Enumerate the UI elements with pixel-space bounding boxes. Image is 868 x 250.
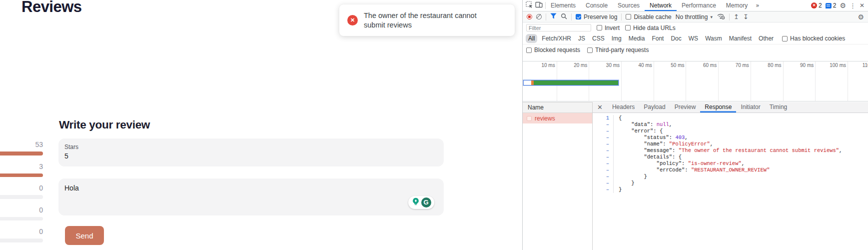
clear-network-log-icon[interactable] [536, 14, 542, 20]
filter-chip-media[interactable]: Media [626, 34, 648, 43]
filter-funnel-icon[interactable] [550, 13, 557, 20]
devtools-tab-elements[interactable]: Elements [546, 0, 581, 11]
timeline-tick-label: 80 ms [768, 62, 781, 68]
detail-tab-preview[interactable]: Preview [670, 102, 701, 112]
code-token: "The owner of the restaurant cannot subm… [679, 148, 839, 154]
detail-tabs: HeadersPayloadPreviewResponseInitiatorTi… [608, 102, 792, 112]
request-rows: reviews [523, 113, 592, 124]
checkbox-icon[interactable] [526, 48, 532, 53]
filter-chip-css[interactable]: CSS [590, 34, 607, 43]
devtools-tab-network[interactable]: Network [645, 0, 677, 11]
network-settings-gear-icon[interactable]: ⚙ [858, 13, 864, 21]
checkbox-icon[interactable] [597, 25, 602, 30]
issues-count-badge[interactable]: 2 [826, 2, 837, 9]
filter-chip-doc[interactable]: Doc [668, 34, 684, 43]
code-text: } [614, 174, 647, 180]
has-blocked-cookies-checkbox[interactable]: Has blocked cookies [782, 35, 845, 42]
timeline-tick: 110 ms [848, 62, 868, 101]
settings-gear-icon[interactable]: ⚙ [840, 2, 846, 10]
detail-tab-headers[interactable]: Headers [608, 102, 639, 112]
filter-chip-ws[interactable]: WS [686, 34, 701, 43]
invert-checkbox[interactable]: Invert [597, 24, 620, 32]
rating-row: 0 [0, 228, 43, 250]
fold-marker-icon: – [593, 148, 614, 154]
overview-waterfall-bar[interactable] [523, 80, 619, 86]
requests-table: Name reviews [523, 102, 592, 250]
devtools-tab-performance[interactable]: Performance [677, 0, 721, 11]
detail-tabbar: ✕ HeadersPayloadPreviewResponseInitiator… [593, 102, 868, 113]
network-overview-timeline: 10 ms20 ms30 ms40 ms50 ms60 ms70 ms80 ms… [523, 61, 868, 102]
export-har-icon[interactable]: ↧ [743, 13, 749, 20]
timeline-tick: 70 ms [719, 62, 751, 101]
disable-cache-checkbox[interactable]: Disable cache [626, 14, 671, 20]
checkbox-icon[interactable] [626, 14, 631, 20]
grammarly-suggestion-icon[interactable] [412, 198, 420, 208]
code-token: { [619, 115, 622, 121]
blocked-requests-checkbox[interactable]: Blocked requests [526, 46, 580, 54]
throttling-select[interactable]: No throttling ▾ [676, 14, 713, 20]
review-textarea[interactable]: Hola G [58, 178, 444, 216]
filter-chip-manifest[interactable]: Manifest [727, 34, 754, 43]
devtools-tab-console[interactable]: Console [581, 0, 613, 11]
grammarly-logo-icon[interactable]: G [421, 198, 431, 208]
network-conditions-icon[interactable] [717, 13, 725, 21]
request-row[interactable]: reviews [523, 113, 592, 124]
fold-marker-icon: – [593, 141, 614, 148]
hide-data-urls-checkbox[interactable]: Hide data URLs [625, 24, 676, 32]
filter-chip-js[interactable]: JS [576, 34, 588, 43]
timeline-tick-label: 40 ms [639, 62, 652, 68]
filter-input[interactable] [526, 24, 591, 32]
devtools-tab-memory[interactable]: Memory [721, 0, 753, 11]
inspect-element-icon[interactable] [526, 1, 533, 10]
code-token: , [710, 141, 713, 147]
detail-tab-timing[interactable]: Timing [765, 102, 792, 112]
fold-marker-icon: – [593, 160, 614, 167]
review-form-heading: Write your review [59, 118, 150, 132]
code-line: 1{ [593, 115, 868, 122]
import-har-icon[interactable]: ↥ [734, 13, 739, 20]
code-line: – "message": "The owner of the restauran… [593, 148, 868, 154]
preserve-log-checkbox[interactable]: Preserve log [576, 14, 617, 20]
device-toolbar-icon[interactable] [535, 2, 543, 10]
filter-chip-wasm[interactable]: Wasm [703, 34, 725, 43]
code-token: "data": [619, 122, 657, 128]
timeline-tick: 50 ms [654, 62, 687, 101]
detail-tab-payload[interactable]: Payload [639, 102, 670, 112]
stars-field[interactable]: Stars 5 [58, 138, 444, 166]
overview-segment [524, 80, 531, 85]
filter-chip-img[interactable]: Img [609, 34, 624, 43]
checkbox-icon[interactable] [782, 36, 788, 42]
record-network-log-icon[interactable] [527, 14, 532, 20]
overview-segment [534, 80, 618, 85]
grammarly-widget[interactable]: G [408, 196, 434, 209]
detail-tab-response[interactable]: Response [700, 102, 736, 112]
close-detail-icon[interactable]: ✕ [597, 104, 603, 111]
rating-count: 0 [0, 228, 43, 236]
timeline-tick-label: 110 ms [863, 62, 868, 68]
reviews-page: Reviews ✕ The owner of the restaurant ca… [0, 0, 522, 250]
rating-count: 53 [0, 140, 43, 148]
filter-chip-other[interactable]: Other [756, 34, 776, 43]
checkbox-icon[interactable] [625, 25, 631, 30]
more-options-icon[interactable]: ⋮ [850, 2, 856, 10]
close-devtools-icon[interactable]: ✕ [860, 2, 865, 9]
search-icon[interactable] [561, 13, 567, 21]
divider [571, 14, 572, 20]
send-button[interactable]: Send [65, 226, 104, 245]
name-column-header[interactable]: Name [523, 102, 592, 113]
stars-label: Stars [64, 144, 438, 150]
divider [729, 14, 730, 20]
filter-chip-font[interactable]: Font [649, 34, 666, 43]
filter-chip-fetch-xhr[interactable]: Fetch/XHR [539, 34, 574, 43]
issues-badge-icon [826, 3, 832, 8]
checkbox-checked-icon[interactable] [576, 14, 581, 20]
fold-marker-icon: – [593, 180, 614, 186]
checkbox-icon[interactable] [587, 48, 593, 53]
devtools-tab-sources[interactable]: Sources [613, 0, 645, 11]
filter-chip-all[interactable]: All [526, 34, 537, 43]
error-count-badge[interactable]: ✕ 2 [811, 2, 822, 9]
third-party-requests-checkbox[interactable]: Third-party requests [587, 46, 649, 54]
more-tabs-icon[interactable]: » [753, 2, 762, 9]
chevron-down-icon: ▾ [710, 14, 713, 20]
detail-tab-initiator[interactable]: Initiator [736, 102, 765, 112]
